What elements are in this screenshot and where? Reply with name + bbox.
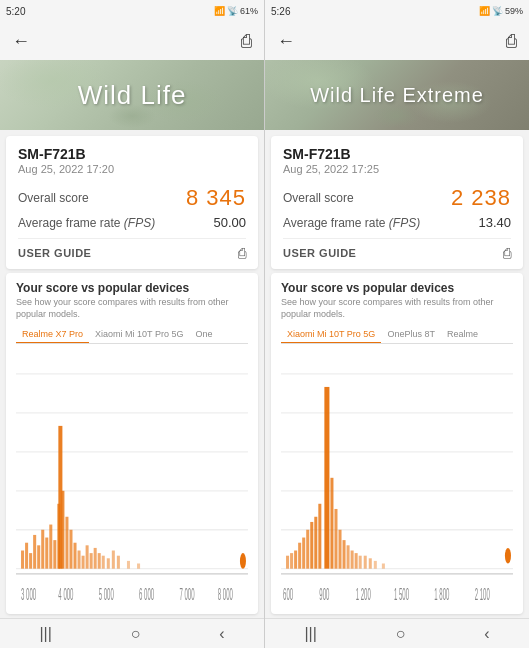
right-chart-section: Your score vs popular devices See how yo… [271,273,523,614]
svg-rect-64 [359,556,362,569]
svg-text:1 500: 1 500 [394,586,409,604]
svg-rect-11 [41,530,44,569]
right-banner-title: Wild Life Extreme [310,84,484,107]
svg-text:6 000: 6 000 [139,586,154,604]
left-score-value: 8 345 [186,185,246,211]
svg-rect-31 [137,564,140,569]
left-tab-2[interactable]: One [189,326,218,343]
right-fps-label: Average frame rate (FPS) [283,216,420,230]
svg-text:7 000: 7 000 [179,586,194,604]
left-device-name: SM-F721B [18,146,246,162]
svg-rect-57 [330,478,333,569]
right-result-card: SM-F721B Aug 25, 2022 17:25 Overall scor… [271,136,523,269]
svg-rect-49 [294,551,297,569]
right-tab-1[interactable]: OnePlus 8T [381,326,441,343]
right-chart-svg: 600 900 1 200 1 500 1 800 2 100 [281,348,513,608]
svg-text:900: 900 [319,586,329,604]
right-time: 5:26 [271,6,290,17]
left-status-bar: 5:20 📶 📡 61% [0,0,264,22]
svg-rect-20 [78,551,81,569]
left-chart-area: 3 000 4 000 5 000 6 000 7 000 8 000 [16,348,248,608]
right-back-soft-icon[interactable]: ‹ [484,625,489,643]
right-fps-row: Average frame rate (FPS) 13.40 [283,215,511,230]
svg-rect-63 [355,553,358,569]
svg-point-69 [505,548,511,564]
right-tab-0[interactable]: Xiaomi Mi 10T Pro 5G [281,326,381,344]
svg-rect-14 [53,540,56,569]
svg-rect-25 [98,553,101,569]
right-score-row: Overall score 2 238 [283,185,511,211]
svg-rect-60 [343,540,346,569]
right-status-bar: 5:26 📶 📡 59% [265,0,529,22]
left-time: 5:20 [6,6,25,17]
svg-rect-62 [351,551,354,569]
right-datetime: Aug 25, 2022 17:25 [283,163,511,175]
right-panel: ← ⎙ Wild Life Extreme SM-F721B Aug 25, 2… [265,22,529,648]
svg-text:1 200: 1 200 [356,586,371,604]
left-chart-svg: 3 000 4 000 5 000 6 000 7 000 8 000 [16,348,248,608]
svg-rect-24 [94,548,97,569]
left-result-card: SM-F721B Aug 25, 2022 17:20 Overall scor… [6,136,258,269]
left-home-icon[interactable]: ○ [131,625,141,643]
left-user-guide-row: USER GUIDE ⎙ [18,238,246,261]
left-device-tabs: Realme X7 Pro Xiaomi Mi 10T Pro 5G One [16,326,248,344]
svg-rect-59 [338,530,341,569]
left-fps-row: Average frame rate (FPS) 50.00 [18,215,246,230]
svg-rect-8 [29,553,32,569]
left-chart-subtitle: See how your score compares with results… [16,297,248,320]
left-share-button[interactable]: ⎙ [241,31,252,52]
right-back-button[interactable]: ← [277,31,295,52]
svg-rect-13 [49,525,52,569]
svg-text:600: 600 [283,586,293,604]
right-battery: 59% [505,6,523,16]
right-score-value: 2 238 [451,185,511,211]
left-datetime: Aug 25, 2022 17:20 [18,163,246,175]
left-tab-0[interactable]: Realme X7 Pro [16,326,89,344]
left-status-icons: 📶 📡 61% [214,6,258,16]
svg-rect-50 [298,543,301,569]
right-card-share-icon[interactable]: ⎙ [503,245,511,261]
right-nav-bar: ← ⎙ [265,22,529,60]
svg-rect-54 [314,517,317,569]
svg-rect-51 [302,538,305,569]
left-back-button[interactable]: ← [12,31,30,52]
svg-text:5 000: 5 000 [99,586,114,604]
svg-point-33 [240,553,246,569]
right-fps-value: 13.40 [478,215,511,230]
left-card-share-icon[interactable]: ⎙ [238,245,246,261]
left-fps-value: 50.00 [213,215,246,230]
svg-rect-19 [73,543,76,569]
right-chart-area: 600 900 1 200 1 500 1 800 2 100 [281,348,513,608]
svg-rect-10 [37,546,40,569]
left-panel: ← ⎙ Wild Life SM-F721B Aug 25, 2022 17:2… [0,22,264,648]
right-share-button[interactable]: ⎙ [506,31,517,52]
right-score-label: Overall score [283,191,354,205]
svg-rect-9 [33,535,36,569]
left-bottom-nav: ||| ○ ‹ [0,618,264,648]
svg-rect-22 [86,546,89,569]
left-tab-1[interactable]: Xiaomi Mi 10T Pro 5G [89,326,189,343]
svg-rect-6 [21,551,24,569]
svg-text:2 100: 2 100 [475,586,490,604]
svg-rect-52 [306,530,309,569]
left-score-row: Overall score 8 345 [18,185,246,211]
svg-rect-26 [102,556,105,569]
svg-rect-66 [369,559,372,569]
svg-rect-23 [90,553,93,569]
right-home-icon[interactable]: ○ [396,625,406,643]
svg-rect-12 [45,538,48,569]
left-chart-section: Your score vs popular devices See how yo… [6,273,258,614]
svg-rect-28 [112,551,115,569]
status-bars-row: 5:20 📶 📡 61% 5:26 📶 📡 59% [0,0,529,22]
svg-rect-7 [25,543,28,569]
right-chart-title: Your score vs popular devices [281,281,513,295]
svg-rect-32 [58,426,62,569]
right-tab-2[interactable]: Realme [441,326,484,343]
right-device-tabs: Xiaomi Mi 10T Pro 5G OnePlus 8T Realme [281,326,513,344]
right-recents-icon[interactable]: ||| [304,625,316,643]
svg-rect-56 [324,387,329,569]
right-user-guide-row: USER GUIDE ⎙ [283,238,511,261]
left-back-soft-icon[interactable]: ‹ [219,625,224,643]
left-recents-icon[interactable]: ||| [39,625,51,643]
left-banner: Wild Life [0,60,264,130]
